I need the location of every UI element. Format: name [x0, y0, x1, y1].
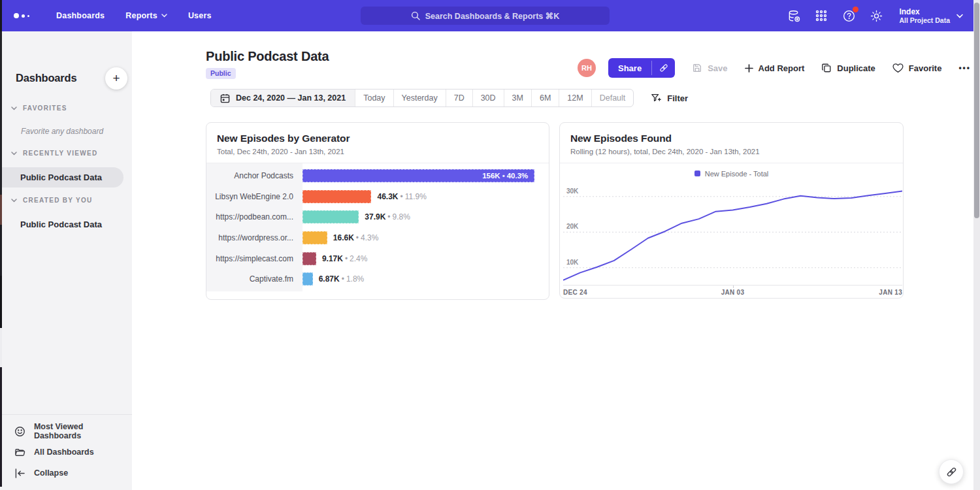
preset-default[interactable]: Default: [591, 90, 634, 106]
card-header: New Episodes by Generator Total, Dec 24t…: [206, 123, 549, 163]
apps-grid-icon[interactable]: [814, 8, 828, 23]
chevron-down-icon: [11, 152, 17, 155]
background-window-sliver: [0, 0, 2, 490]
bar-chart: Anchor Podcasts 156K•40.3% Libsyn WebEng…: [206, 163, 549, 291]
project-switcher[interactable]: Index All Project Data: [899, 7, 963, 25]
chart-title[interactable]: New Episodes Found: [570, 133, 892, 144]
collapse-left-icon: [14, 468, 25, 478]
nav-item-dashboards[interactable]: Dashboards: [56, 11, 105, 20]
sidebar-section-favorites[interactable]: FAVORITES: [11, 105, 67, 112]
x-tick-mark: [733, 286, 734, 288]
link-icon: [945, 466, 958, 478]
bar-segment[interactable]: [302, 252, 316, 265]
bar-row: Libsyn WebEngine 2.0 46.3K•11.9%: [206, 186, 549, 207]
sidebar-section-recent[interactable]: RECENTLY VIEWED: [11, 150, 98, 157]
date-range-picker[interactable]: Dec 24, 2020 — Jan 13, 2021: [211, 90, 355, 106]
collapse-sidebar-button[interactable]: Collapse: [2, 463, 132, 483]
share-button-label[interactable]: Share: [608, 58, 651, 78]
date-range-bar: Dec 24, 2020 — Jan 13, 2021 Today Yester…: [210, 89, 688, 107]
sidebar-item-created-dashboard[interactable]: Public Podcast Data: [20, 220, 102, 229]
bar-value-label: 46.3K•11.9%: [377, 192, 426, 201]
filter-button[interactable]: Filter: [651, 93, 688, 103]
legend-label[interactable]: New Episode - Total: [705, 170, 769, 178]
folder-icon: [14, 447, 25, 458]
line-chart-plot[interactable]: 10K20K30K: [563, 182, 902, 286]
copy-link-button[interactable]: [652, 58, 675, 78]
preset-7d[interactable]: 7D: [446, 90, 472, 106]
sidebar-footer: Most Viewed Dashboards All Dashboards Co…: [2, 414, 132, 490]
link-icon: [659, 63, 669, 73]
bar-segment[interactable]: [302, 231, 327, 244]
most-viewed-dashboards-button[interactable]: Most Viewed Dashboards: [2, 421, 132, 442]
preset-6m[interactable]: 6M: [531, 90, 559, 106]
chevron-down-icon: [11, 199, 17, 203]
add-dashboard-button[interactable]: +: [105, 67, 127, 90]
more-options-button[interactable]: •••: [958, 63, 971, 73]
bar-category-label: Anchor Podcasts: [206, 171, 302, 180]
calendar-icon: [220, 93, 230, 103]
project-subtitle: All Project Data: [899, 16, 950, 25]
data-management-icon[interactable]: [787, 8, 801, 23]
save-icon: [692, 63, 702, 73]
x-axis-labels: DEC 24JAN 03JAN 13: [563, 286, 902, 299]
bar-row: https://simplecast.com 9.17K•2.4%: [206, 248, 549, 269]
project-name: Index: [899, 7, 950, 16]
bar-segment[interactable]: [302, 210, 359, 223]
bar-value-label: 9.17K•2.4%: [322, 254, 368, 263]
preset-today[interactable]: Today: [355, 90, 393, 106]
chevron-down-icon: [11, 106, 17, 110]
mixpanel-logo-icon[interactable]: [14, 13, 36, 18]
preset-3m[interactable]: 3M: [504, 90, 531, 106]
bar-segment[interactable]: [302, 190, 371, 203]
bar-category-label: https://simplecast.com: [206, 254, 302, 263]
scrollbar-thumb[interactable]: [974, 3, 979, 218]
preset-yesterday[interactable]: Yesterday: [393, 90, 446, 106]
line-series[interactable]: [563, 191, 902, 280]
chart-subtitle: Total, Dec 24th, 2020 - Jan 13th, 2021: [217, 148, 538, 155]
bar-value-label: 6.87K•1.8%: [319, 274, 365, 284]
visibility-badge: Public: [206, 68, 236, 79]
sidebar-section-created[interactable]: CREATED BY YOU: [11, 197, 93, 204]
filter-funnel-icon: [651, 93, 661, 103]
navbar-right: Index All Project Data: [787, 0, 963, 31]
save-button[interactable]: Save: [692, 63, 727, 73]
preset-30d[interactable]: 30D: [472, 90, 504, 106]
dashboards-sidebar: Dashboards + FAVORITES Favorite any dash…: [2, 31, 132, 490]
chart-subtitle: Rolling (12 hours), total, Dec 24th, 202…: [570, 148, 892, 155]
chart-title[interactable]: New Episodes by Generator: [217, 133, 538, 144]
help-icon[interactable]: [841, 8, 856, 23]
date-range-control: Dec 24, 2020 — Jan 13, 2021 Today Yester…: [210, 89, 634, 107]
bar-segment[interactable]: 156K•40.3%: [302, 169, 534, 182]
bar-category-label: https://wordpress.or...: [206, 233, 302, 242]
all-dashboards-button[interactable]: All Dashboards: [2, 442, 132, 463]
top-navbar: Dashboards Reports Users Search Dashboar…: [0, 0, 973, 31]
bar-segment[interactable]: [302, 272, 313, 286]
favorite-button[interactable]: Favorite: [892, 63, 942, 73]
bar-row: Anchor Podcasts 156K•40.3%: [206, 165, 549, 186]
preset-12m[interactable]: 12M: [559, 90, 591, 106]
x-tick-label: JAN 13: [879, 289, 902, 296]
duplicate-button[interactable]: Duplicate: [821, 63, 875, 73]
share-link-floating-button[interactable]: [939, 459, 964, 484]
x-tick-label: JAN 03: [721, 289, 745, 296]
chart-legend: New Episode - Total: [560, 163, 903, 180]
settings-gear-icon[interactable]: [869, 8, 883, 23]
bar-category-label: Libsyn WebEngine 2.0: [206, 192, 302, 201]
heart-icon: [892, 63, 904, 73]
nav-item-users[interactable]: Users: [188, 11, 212, 20]
help-notification-badge: [853, 7, 858, 12]
y-tick-label: 30K: [566, 188, 578, 195]
global-search-input[interactable]: Search Dashboards & Reports ⌘K: [361, 7, 610, 25]
x-tick-label: DEC 24: [563, 289, 587, 296]
add-report-button[interactable]: Add Report: [745, 63, 805, 73]
chevron-down-icon: [161, 14, 167, 18]
page-title: Public Podcast Data: [206, 49, 329, 64]
favorites-empty-hint: Favorite any dashboard: [21, 127, 103, 136]
copy-icon: [821, 63, 832, 73]
share-button[interactable]: Share: [608, 58, 675, 78]
search-placeholder: Search Dashboards & Reports ⌘K: [425, 11, 560, 21]
nav-item-reports[interactable]: Reports: [125, 11, 167, 20]
page-scrollbar[interactable]: [973, 0, 980, 490]
sidebar-item-recent-dashboard[interactable]: Public Podcast Data: [2, 167, 123, 188]
avatar[interactable]: RH: [578, 59, 596, 77]
